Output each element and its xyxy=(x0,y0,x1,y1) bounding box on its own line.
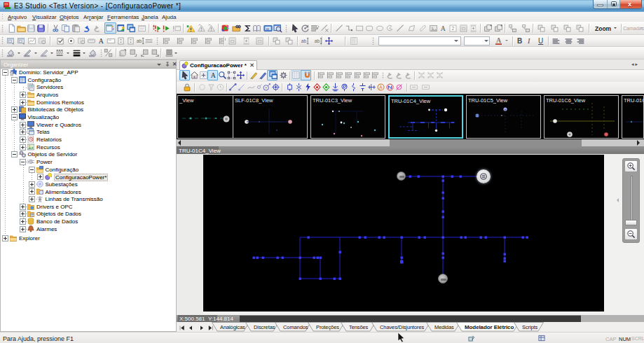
svg-text:A: A xyxy=(379,85,383,90)
